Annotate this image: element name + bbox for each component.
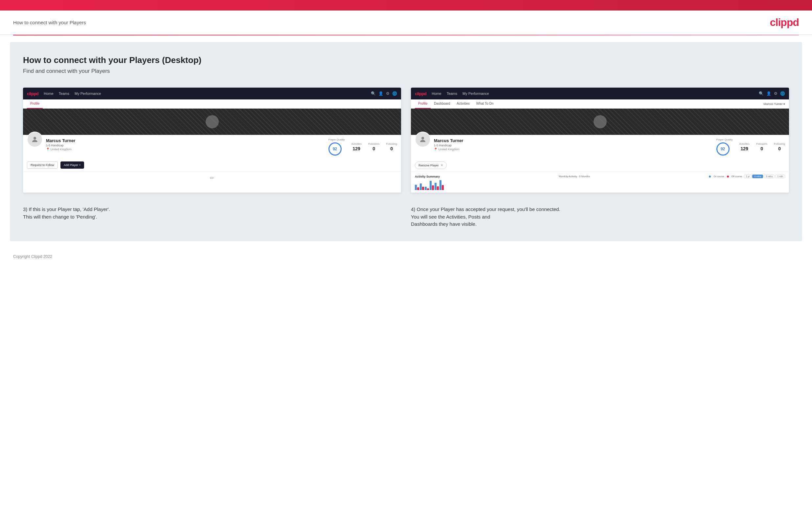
period-3mths[interactable]: 3 mths: [764, 175, 774, 178]
activity-header: Activity Summary Monthly Activity · 6 Mo…: [415, 175, 785, 178]
activity-summary: Activity Summary Monthly Activity · 6 Mo…: [411, 172, 789, 192]
left-nav-icons: 🔍 👤 ⚙ 🌐: [371, 91, 397, 96]
main-subtitle: Find and connect with your Players: [23, 68, 789, 74]
bar-group-5: [435, 183, 439, 190]
right-profile-details: Marcus Turner 1-5 Handicap 📍 United King…: [434, 138, 713, 151]
right-handicap: 1-5 Handicap: [434, 144, 713, 147]
right-nav-teams[interactable]: Teams: [447, 92, 457, 96]
period-1mth[interactable]: 1 mth: [775, 175, 785, 178]
left-profile-stats: Player Quality 92 Activities 129 Followe…: [328, 138, 397, 156]
main-title: How to connect with your Players (Deskto…: [23, 55, 789, 65]
header: How to connect with your Players clippd: [0, 10, 812, 35]
left-nav-teams[interactable]: Teams: [59, 92, 69, 96]
right-user-icon[interactable]: 👤: [766, 91, 771, 96]
right-settings-icon[interactable]: ⚙: [774, 91, 777, 96]
right-banner-img: [411, 109, 789, 135]
left-following-label: Following: [386, 143, 397, 146]
main-content: How to connect with your Players (Deskto…: [10, 42, 802, 241]
activity-period: Monthly Activity · 6 Months: [559, 175, 590, 178]
footer: Copyright Clippd 2022: [0, 248, 812, 266]
tab-activities-right[interactable]: Activities: [453, 100, 473, 109]
right-following-label: Following: [774, 143, 785, 146]
search-icon[interactable]: 🔍: [371, 91, 376, 96]
left-avatar: [27, 131, 43, 147]
right-location-pin-icon: 📍: [434, 148, 438, 151]
right-search-icon[interactable]: 🔍: [759, 91, 764, 96]
remove-player-label: Remove Player: [418, 164, 439, 167]
settings-icon[interactable]: ⚙: [386, 91, 390, 96]
bar-group-4: [429, 181, 434, 190]
left-location: 📍 United Kingdom: [46, 148, 325, 151]
period-6mths[interactable]: 6 mths: [752, 175, 763, 178]
on-course-label: On course: [713, 175, 724, 177]
right-location: 📍 United Kingdom: [434, 148, 713, 151]
description-left: 3) If this is your Player tap, 'Add Play…: [23, 206, 401, 228]
right-pq-label: Player Quality: [716, 138, 733, 141]
right-sub-nav: Profile Dashboard Activities What To On …: [411, 100, 789, 109]
right-followers-label: Followers: [756, 143, 767, 146]
left-banner-img: [23, 109, 401, 135]
bar-off-4: [432, 185, 434, 190]
right-globe-icon[interactable]: 🌐: [780, 91, 785, 96]
clippd-logo: clippd: [770, 16, 799, 29]
right-activities-stat: Activities 129: [739, 143, 750, 151]
screenshots-row: clippd Home Teams My Performance 🔍 👤 ⚙ 🌐…: [23, 88, 789, 192]
left-action-buttons: Request to Follow Add Player +: [23, 159, 401, 171]
bar-on-6: [440, 180, 442, 190]
right-nav-myperformance[interactable]: My Performance: [462, 92, 489, 96]
left-banner-circle: [206, 115, 219, 128]
svg-point-0: [34, 137, 36, 139]
right-avatar: [415, 131, 430, 147]
right-nav-home[interactable]: Home: [432, 92, 441, 96]
bar-on-3: [425, 187, 427, 190]
left-nav-myperformance[interactable]: My Performance: [74, 92, 101, 96]
right-profile-banner: [411, 109, 789, 135]
screenshot-right: clippd Home Teams My Performance 🔍 👤 ⚙ 🌐…: [411, 88, 789, 192]
remove-player-button[interactable]: Remove Player ✕: [415, 161, 447, 169]
right-banner-circle: [594, 115, 607, 128]
svg-point-1: [421, 137, 424, 139]
left-activities-label: Activities: [351, 143, 362, 146]
left-following-value: 0: [386, 146, 397, 151]
tab-what-to-on-right[interactable]: What To On: [473, 100, 497, 109]
right-app-nav: clippd Home Teams My Performance 🔍 👤 ⚙ 🌐: [411, 88, 789, 100]
bar-off-5: [437, 186, 439, 190]
descriptions-row: 3) If this is your Player tap, 'Add Play…: [23, 206, 789, 228]
period-buttons: 1 yr 6 mths 3 mths 1 mth: [744, 175, 785, 178]
left-pq-label: Player Quality: [328, 138, 345, 141]
copyright: Copyright Clippd 2022: [13, 254, 52, 259]
left-sub-nav: Profile: [23, 100, 401, 109]
left-nav-home[interactable]: Home: [44, 92, 53, 96]
request-follow-button[interactable]: Request to Follow: [27, 161, 58, 169]
left-avatar-wrap: [27, 131, 43, 147]
remove-x-icon: ✕: [441, 163, 443, 167]
left-followers-label: Followers: [368, 143, 379, 146]
left-player-name: Marcus Turner: [46, 138, 325, 143]
right-nav-logo: clippd: [415, 91, 426, 96]
left-activities-stat: Activities 129: [351, 143, 362, 151]
activity-bars: [415, 180, 785, 190]
activity-legend: On course Off course: [709, 175, 742, 177]
bar-on-2: [420, 183, 422, 190]
right-activities-label: Activities: [739, 143, 750, 146]
description-left-text: 3) If this is your Player tap, 'Add Play…: [23, 206, 401, 221]
tab-profile-right[interactable]: Profile: [415, 100, 430, 109]
tab-profile-left[interactable]: Profile: [27, 100, 43, 109]
activity-controls: On course Off course 1 yr 6 mths 3 mths …: [709, 175, 785, 178]
right-following-stat: Following 0: [774, 143, 785, 151]
bar-group-1: [415, 185, 419, 190]
globe-icon[interactable]: 🌐: [392, 91, 397, 96]
bar-on-1: [415, 185, 417, 190]
add-player-button[interactable]: Add Player +: [60, 161, 84, 169]
right-followers-stat: Followers 0: [756, 143, 767, 151]
left-screenshot-bottom: ✏: [23, 171, 401, 184]
period-1yr[interactable]: 1 yr: [744, 175, 752, 178]
right-avatar-wrap: [415, 131, 430, 147]
tab-dashboard-right[interactable]: Dashboard: [430, 100, 453, 109]
left-activities-value: 129: [351, 146, 362, 151]
user-icon[interactable]: 👤: [378, 91, 383, 96]
off-course-label: Off course: [731, 175, 742, 177]
right-following-value: 0: [774, 146, 785, 151]
bar-group-2: [420, 183, 424, 190]
right-activities-value: 129: [739, 146, 750, 151]
